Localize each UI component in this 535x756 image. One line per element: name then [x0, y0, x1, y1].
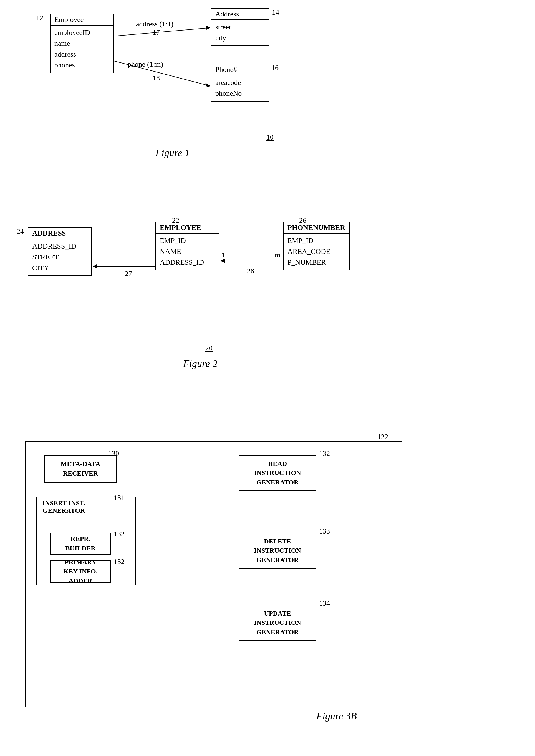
insert-inst-num: 131	[114, 494, 125, 502]
fig1-employee-num: 12	[36, 14, 43, 22]
svg-text:1: 1	[97, 256, 101, 264]
svg-text:27: 27	[125, 270, 132, 278]
fig1-employee-box: Employee employeeID name address phones	[50, 14, 114, 73]
fig1-address-box: Address street city	[211, 8, 269, 46]
svg-line-4	[114, 61, 210, 86]
fig1-address-title: Address	[211, 9, 268, 20]
fig1-employee-title: Employee	[50, 14, 113, 26]
figure3b: 122 META-DATARECEIVER 130 INSERT INST.GE…	[17, 433, 433, 727]
figure2: 1 1 27 m 1 28 ADDRESS ADDRESS_ID STREET …	[17, 216, 405, 389]
fig1-employee-field-2: name	[54, 38, 109, 49]
fig2-address-field-2: STREET	[32, 252, 87, 262]
fig3b-ref-num: 122	[378, 433, 388, 441]
fig1-ref-num: 10	[267, 133, 274, 142]
fig2-phone-field-3: P_NUMBER	[288, 257, 345, 268]
fig1-address-field-1: street	[215, 22, 265, 33]
fig2-label: Figure 2	[183, 358, 217, 369]
fig2-phone-field-1: EMP_ID	[288, 235, 345, 246]
update-instruction-box: UPDATEINSTRUCTIONGENERATOR	[239, 605, 316, 641]
primary-key-box: PRIMARYKEY INFO.ADDER	[50, 560, 111, 582]
fig2-phone-field-2: AREA_CODE	[288, 246, 345, 257]
fig1-phone-field-2: phoneNo	[215, 88, 265, 99]
fig2-address-box: ADDRESS ADDRESS_ID STREET CITY	[28, 228, 92, 276]
fig1-phone-title: Phone#	[211, 64, 268, 75]
fig1-label: Figure 1	[155, 147, 190, 159]
svg-text:17: 17	[153, 28, 160, 36]
fig2-employee-field-3: ADDRESS_ID	[160, 257, 215, 268]
fig2-phone-title: PHONENUMBER	[284, 223, 349, 233]
svg-marker-5	[205, 83, 210, 87]
fig2-phone-num: 26	[299, 216, 306, 225]
primary-key-num: 132	[114, 558, 125, 566]
svg-text:28: 28	[247, 267, 254, 275]
delete-instruction-num: 133	[319, 527, 330, 535]
fig1-employee-field-4: phones	[54, 60, 109, 70]
repr-builder-num: 132	[114, 530, 125, 538]
fig1-phone-num: 16	[271, 64, 279, 72]
fig1-employee-field-1: employeeID	[54, 27, 109, 38]
read-instruction-num: 132	[319, 449, 330, 458]
fig2-ref-num: 20	[205, 344, 212, 352]
fig1-phone-field-1: areacode	[215, 77, 265, 88]
svg-marker-9	[93, 264, 97, 269]
svg-text:m: m	[275, 251, 280, 259]
fig2-address-field-3: CITY	[32, 262, 87, 273]
fig2-address-num: 24	[17, 228, 24, 236]
fig1-address-field-2: city	[215, 33, 265, 43]
fig2-phone-box: PHONENUMBER EMP_ID AREA_CODE P_NUMBER	[283, 222, 350, 271]
fig1-address-num: 14	[272, 8, 279, 17]
svg-text:1: 1	[221, 251, 225, 259]
insert-inst-label: INSERT INST.GENERATOR	[42, 500, 86, 514]
fig1-employee-field-3: address	[54, 49, 109, 60]
read-instruction-box: READINSTRUCTIONGENERATOR	[239, 455, 316, 491]
svg-marker-14	[220, 258, 225, 263]
fig2-employee-field-1: EMP_ID	[160, 235, 215, 246]
svg-text:18: 18	[153, 74, 160, 82]
fig3b-label: Figure 3B	[316, 710, 357, 722]
fig2-employee-title: EMPLOYEE	[156, 223, 219, 233]
fig2-employee-field-2: NAME	[160, 246, 215, 257]
fig2-employee-num: 22	[172, 216, 179, 225]
fig1-phone-box: Phone# areacode phoneNo	[211, 64, 269, 101]
delete-instruction-box: DELETEINSTRUCTIONGENERATOR	[239, 533, 316, 569]
fig2-employee-box: EMPLOYEE EMP_ID NAME ADDRESS_ID	[155, 222, 219, 271]
fig2-address-field-1: ADDRESS_ID	[32, 241, 87, 252]
fig2-address-title: ADDRESS	[28, 228, 91, 239]
svg-line-0	[114, 28, 210, 36]
meta-data-receiver-box: META-DATARECEIVER	[44, 455, 117, 483]
svg-text:address (1:1): address (1:1)	[136, 20, 173, 28]
svg-text:phone (1:m): phone (1:m)	[127, 60, 163, 68]
update-instruction-num: 134	[319, 599, 330, 608]
figure1: address (1:1) 17 phone (1:m) 18 Employee…	[17, 6, 350, 177]
repr-builder-box: REPR.BUILDER	[50, 533, 111, 555]
svg-marker-1	[206, 26, 210, 30]
fig3b-meta-num: 130	[108, 449, 119, 458]
svg-text:1: 1	[148, 256, 152, 264]
